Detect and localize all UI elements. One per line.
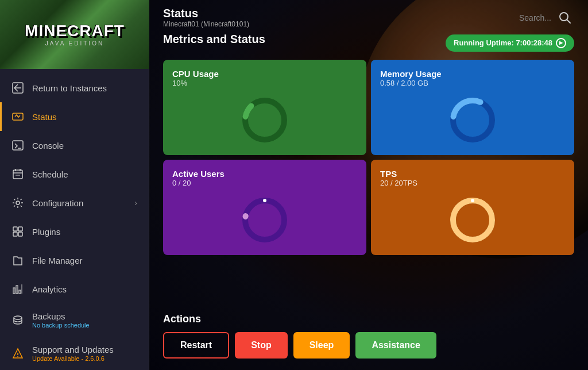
svg-rect-13 xyxy=(13,232,17,236)
metrics-section: Metrics and Status Running Uptime: 7:00:… xyxy=(149,33,588,313)
svg-point-19 xyxy=(14,316,22,319)
sidebar-item-plugins[interactable]: Plugins xyxy=(0,217,149,246)
support-sublabel: Update Available - 2.6.0.6 xyxy=(32,355,114,362)
cpu-value: 10% xyxy=(172,79,357,87)
tps-donut-chart xyxy=(447,194,498,246)
memory-donut-chart xyxy=(447,94,498,146)
nav-label-schedule: Schedule xyxy=(32,169,68,179)
sidebar-item-schedule[interactable]: Schedule xyxy=(0,160,149,188)
sidebar-logo: MINECRAFT JAVA EDITION xyxy=(0,0,149,69)
sidebar-item-configuration[interactable]: Configuration › xyxy=(0,188,149,217)
nav-label-plugins: Plugins xyxy=(32,227,60,237)
nav-label-backups: Backups xyxy=(32,311,90,321)
tps-label: TPS xyxy=(380,169,565,179)
stop-button[interactable]: Stop xyxy=(235,332,288,359)
support-content: Support and Updates Update Available - 2… xyxy=(32,345,114,362)
tps-value: 20 / 20TPS xyxy=(380,179,565,187)
sleep-button[interactable]: Sleep xyxy=(293,332,350,359)
schedule-icon xyxy=(11,168,24,180)
svg-rect-5 xyxy=(13,170,22,179)
memory-value: 0.58 / 2.00 GB xyxy=(380,79,565,87)
header: Status Minecraft01 (Minecraft0101) Searc… xyxy=(149,0,588,33)
memory-label: Memory Usage xyxy=(380,69,565,79)
logo-title: MINECRAFT xyxy=(25,23,125,39)
cpu-donut-container xyxy=(172,94,357,146)
metrics-grid: CPU Usage 10% Memory Usage 0.58 / 2.00 G… xyxy=(163,60,574,255)
actions-buttons: Restart Stop Sleep Assistance xyxy=(163,332,574,359)
content-wrapper: Status Minecraft01 (Minecraft0101) Searc… xyxy=(149,0,588,370)
nav-label-support: Support and Updates xyxy=(32,345,114,354)
sidebar-item-status[interactable]: Status xyxy=(0,102,149,131)
svg-rect-16 xyxy=(16,286,18,294)
uptime-badge: Running Uptime: 7:00:28:48 ▶ xyxy=(446,34,574,52)
uptime-play-icon: ▶ xyxy=(556,38,566,48)
uptime-text: Running Uptime: 7:00:28:48 xyxy=(454,38,552,47)
svg-point-28 xyxy=(245,201,284,240)
svg-rect-14 xyxy=(18,232,22,236)
sidebar-navigation: Return to Instances Status Con xyxy=(0,69,149,370)
status-icon xyxy=(11,110,24,123)
nav-label-return: Return to Instances xyxy=(32,83,107,93)
restart-button[interactable]: Restart xyxy=(163,332,229,359)
console-icon xyxy=(11,139,24,152)
metric-card-memory: Memory Usage 0.58 / 2.00 GB xyxy=(371,60,574,155)
search-placeholder-text: Search... xyxy=(519,13,551,22)
sidebar-item-backups[interactable]: Backups No backup schedule xyxy=(0,303,149,337)
sidebar-item-file-manager[interactable]: File Manager xyxy=(0,246,149,275)
metric-card-users: Active Users 0 / 20 xyxy=(163,160,366,255)
svg-point-32 xyxy=(453,201,492,240)
actions-section: Actions Restart Stop Sleep Assistance xyxy=(149,313,588,370)
assistance-button[interactable]: Assistance xyxy=(355,332,436,359)
return-icon xyxy=(11,82,24,94)
backups-sublabel: No backup schedule xyxy=(32,322,90,329)
plugins-icon xyxy=(11,225,24,238)
nav-label-status: Status xyxy=(32,112,57,122)
svg-rect-17 xyxy=(19,290,21,294)
nav-label-analytics: Analytics xyxy=(32,284,67,294)
users-label: Active Users xyxy=(172,169,357,179)
analytics-icon xyxy=(11,283,24,295)
sidebar: MINECRAFT JAVA EDITION Return to Instanc… xyxy=(0,0,149,370)
metric-card-cpu: CPU Usage 10% xyxy=(163,60,366,155)
sidebar-item-analytics[interactable]: Analytics xyxy=(0,275,149,303)
cpu-donut-chart xyxy=(239,94,291,146)
sidebar-item-return-to-instances[interactable]: Return to Instances xyxy=(0,74,149,102)
search-button[interactable] xyxy=(556,9,574,27)
backups-icon xyxy=(11,314,24,326)
support-icon xyxy=(11,347,24,360)
page-title: Status xyxy=(163,7,512,20)
svg-line-23 xyxy=(567,20,571,23)
svg-point-10 xyxy=(16,201,20,205)
actions-title: Actions xyxy=(163,313,574,325)
nav-label-configuration: Configuration xyxy=(32,198,83,208)
users-donut-chart xyxy=(239,194,291,246)
sidebar-item-console[interactable]: Console xyxy=(0,131,149,160)
search-area: Search... xyxy=(519,9,574,27)
chevron-right-icon: › xyxy=(134,198,137,207)
svg-rect-15 xyxy=(13,288,15,294)
users-value: 0 / 20 xyxy=(172,179,357,187)
logo-subtitle: JAVA EDITION xyxy=(25,40,125,47)
svg-point-30 xyxy=(263,199,266,202)
metrics-title: Metrics and Status xyxy=(163,33,265,46)
cpu-label: CPU Usage xyxy=(172,69,357,79)
configuration-icon xyxy=(11,196,24,209)
users-donut-container xyxy=(172,194,357,246)
header-title-group: Status Minecraft01 (Minecraft0101) xyxy=(163,7,512,28)
metric-card-tps: TPS 20 / 20TPS xyxy=(371,160,574,255)
svg-rect-11 xyxy=(13,227,17,231)
nav-label-console: Console xyxy=(32,141,64,151)
svg-point-33 xyxy=(471,199,474,202)
active-indicator xyxy=(0,102,2,131)
svg-point-21 xyxy=(17,356,18,357)
backups-content: Backups No backup schedule xyxy=(32,311,90,329)
svg-rect-12 xyxy=(18,227,22,231)
nav-label-file-manager: File Manager xyxy=(32,256,83,265)
main-content: Status Minecraft01 (Minecraft0101) Searc… xyxy=(149,0,588,370)
page-subtitle: Minecraft01 (Minecraft0101) xyxy=(163,20,512,28)
memory-donut-container xyxy=(380,94,565,146)
tps-donut-container xyxy=(380,194,565,246)
sidebar-item-support-updates[interactable]: Support and Updates Update Available - 2… xyxy=(0,337,149,370)
file-manager-icon xyxy=(11,254,24,267)
